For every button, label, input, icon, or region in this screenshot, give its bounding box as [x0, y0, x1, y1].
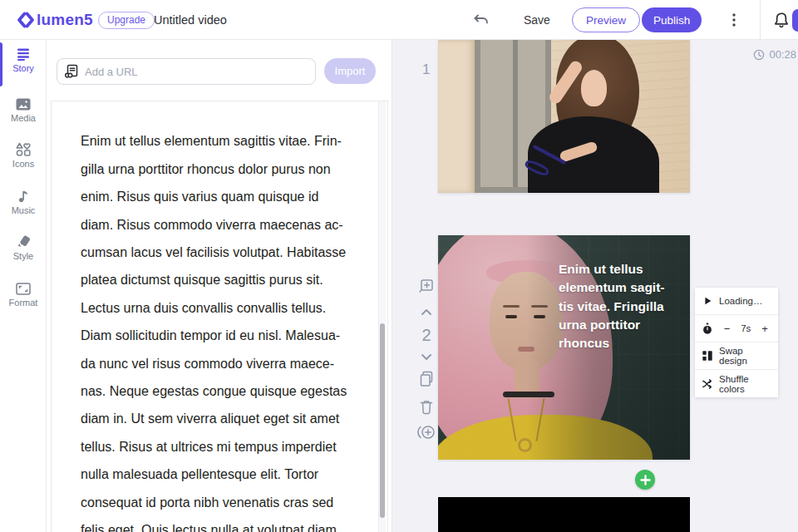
publish-button[interactable]: Publish	[642, 7, 702, 32]
sidebar-item-media[interactable]: Media	[0, 98, 47, 123]
scene-transition-icon[interactable]	[416, 423, 436, 441]
story-text-line[interactable]: platea dictumst quisque sagittis purus s…	[81, 266, 382, 293]
sidebar-label: Format	[0, 298, 47, 308]
overlay-text-line: rhoncus	[559, 334, 685, 352]
lumen5-logo-icon[interactable]	[17, 11, 35, 29]
nav-rail: Story Media Icons	[0, 40, 47, 532]
duplicate-scene-icon[interactable]	[418, 371, 435, 389]
project-title[interactable]: Untitled video	[154, 0, 227, 40]
layout-grid-icon	[702, 350, 713, 362]
url-input[interactable]	[85, 66, 308, 78]
shuffle-colors-row[interactable]: Shuffle colors	[695, 370, 778, 397]
preview-scene-icon[interactable]	[419, 278, 434, 293]
story-text-line[interactable]: gilla urna porttitor rhoncus dolor purus…	[81, 155, 382, 183]
sidebar-item-music[interactable]: Music	[0, 190, 47, 215]
account-avatar[interactable]	[792, 9, 798, 32]
scene3-card[interactable]	[438, 497, 690, 532]
duration-minus-button[interactable]: −	[722, 323, 732, 335]
save-button[interactable]: Save	[524, 0, 550, 40]
panel-scrollbar	[378, 101, 386, 532]
sidebar-label: Icons	[0, 159, 47, 169]
shuffle-colors-label: Shuffle colors	[719, 374, 771, 394]
story-text-line[interactable]: Lectus urna duis convallis convallis tel…	[81, 294, 382, 322]
undo-icon[interactable]	[472, 12, 490, 27]
scene1-number: 1	[422, 62, 430, 78]
window-mullion	[513, 40, 518, 187]
move-scene-up-icon[interactable]	[421, 308, 432, 316]
preview-button[interactable]: Preview	[572, 7, 640, 32]
app-header: lumen5 Upgrade Untitled video Save Previ…	[0, 0, 798, 40]
sidebar-item-story[interactable]: Story	[0, 48, 47, 73]
move-scene-down-icon[interactable]	[421, 353, 432, 361]
scrollbar-thumb[interactable]	[380, 323, 385, 518]
stopwatch-icon	[702, 323, 713, 335]
scene-workspace: 00:28 1	[392, 40, 798, 532]
sidebar-item-format[interactable]: Format	[0, 283, 47, 308]
story-text-line[interactable]: cumsan lacus vel facilisis volutpat. Hab…	[81, 239, 382, 266]
video-duration: 00:28	[753, 48, 796, 61]
sidebar-item-style[interactable]: Style	[0, 235, 47, 261]
story-text-line-clipped: tempus quam pellentesque nec nam aliquam…	[81, 101, 382, 105]
sidebar-label: Story	[0, 63, 47, 73]
story-text-line[interactable]: consequat id porta nibh venenatis cras s…	[81, 489, 382, 516]
overlay-text-line: tis vitae. Fringilla	[559, 298, 685, 316]
duration-text: 00:28	[769, 48, 796, 61]
story-text-line[interactable]: enim. Risus quis varius quam quisque id	[81, 183, 382, 210]
duration-plus-button[interactable]: +	[760, 323, 770, 335]
story-text-line[interactable]: nas. Neque egestas congue quisque egesta…	[81, 377, 382, 405]
lumen5-editor: lumen5 Upgrade Untitled video Save Previ…	[0, 0, 798, 532]
logo-wordmark[interactable]: lumen5	[37, 0, 93, 40]
scene2-number: 2	[421, 326, 431, 345]
story-text-line[interactable]: da nunc vel risus commodo viverra maece-	[81, 350, 382, 377]
import-button[interactable]: Import	[324, 58, 376, 84]
notifications-bell-icon[interactable]	[773, 12, 790, 28]
swap-design-label: Swap design	[719, 346, 771, 366]
shuffle-icon	[702, 378, 713, 390]
clock-icon	[753, 49, 765, 61]
swap-design-row[interactable]: Swap design	[695, 342, 778, 370]
scene2-overlay-text[interactable]: Enim ut telluselementum sagit-tis vitae.…	[559, 260, 685, 352]
overlay-text-line: Enim ut tellus	[559, 260, 685, 278]
story-text-line[interactable]: diam. Risus commodo viverra maecenas ac-	[81, 211, 382, 239]
url-input-wrapper	[57, 58, 316, 85]
sidebar-label: Style	[0, 251, 47, 261]
overlay-text-line: urna porttitor	[559, 316, 685, 334]
duration-value: 7s	[741, 323, 751, 333]
add-scene-button[interactable]	[635, 470, 655, 490]
scene1-card[interactable]	[438, 40, 690, 193]
document-link-icon	[64, 64, 79, 79]
story-text-line[interactable]: Diam sollicitudin tempor id eu nisl. Mal…	[81, 322, 382, 349]
header-divider	[760, 0, 761, 40]
loading-label: Loading…	[719, 296, 762, 306]
story-text-line[interactable]: diam in. Ut sem viverra aliquet eget sit…	[81, 405, 382, 432]
story-text-line[interactable]: Enim ut tellus elementum sagittis vitae.…	[81, 127, 382, 155]
story-text-editor[interactable]: tempus quam pellentesque nec nam aliquam…	[51, 101, 388, 532]
more-options-icon[interactable]	[727, 12, 741, 28]
scene-action-menu: Loading… − 7s +	[695, 288, 778, 397]
delete-scene-icon[interactable]	[419, 399, 434, 415]
scene-duration-row: − 7s +	[695, 315, 778, 342]
story-text-lines: Enim ut tellus elementum sagittis vitae.…	[81, 127, 382, 532]
scene2-card[interactable]: Enim ut telluselementum sagit-tis vitae.…	[438, 235, 690, 460]
story-text-line[interactable]: nulla malesuada pellentesque elit. Torto…	[81, 461, 382, 488]
story-panel: Import tempus quam pellentesque nec nam …	[47, 40, 392, 532]
scene2-toolbar: 2	[413, 278, 440, 441]
sidebar-label: Media	[0, 113, 47, 123]
woman-face	[581, 70, 607, 106]
story-text-line[interactable]: tellus. Risus at ultrices mi tempus impe…	[81, 433, 382, 461]
media-status-row[interactable]: Loading…	[695, 288, 778, 315]
play-icon	[702, 295, 713, 307]
story-text-line[interactable]: felis eget. Quis lectus nulla at volutpa…	[81, 516, 382, 532]
arch-pillar	[438, 40, 475, 193]
sidebar-label: Music	[0, 205, 47, 215]
upgrade-button[interactable]: Upgrade	[98, 12, 155, 29]
overlay-text-line: elementum sagit-	[559, 278, 685, 297]
sidebar-item-icons[interactable]: Icons	[0, 142, 47, 169]
